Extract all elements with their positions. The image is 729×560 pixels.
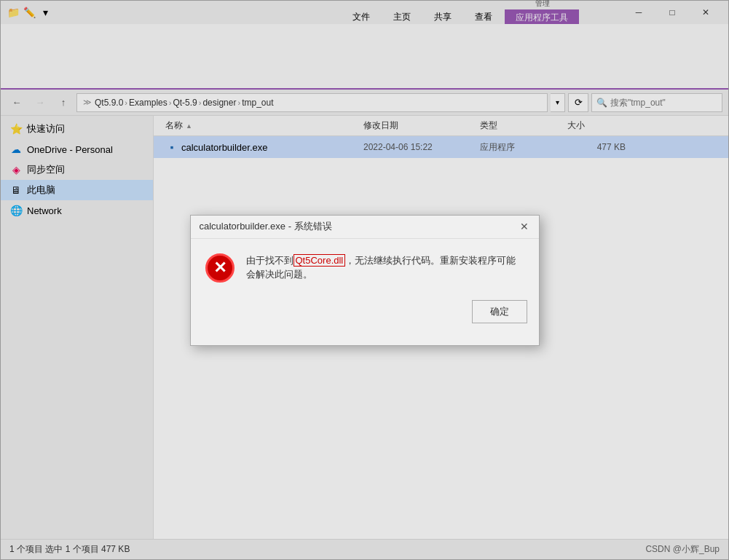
dialog-message: 由于找不到Qt5Core.dll，无法继续执行代码。重新安装程序可能会解决此问题… [246, 253, 524, 282]
dialog-footer: 确定 [191, 294, 539, 335]
dialog-title-text: calculatorbuilder.exe - 系统错误 [200, 220, 332, 233]
error-icon: ✕ [205, 253, 235, 283]
dialog-ok-button[interactable]: 确定 [472, 300, 527, 323]
dialog-overlay: calculatorbuilder.exe - 系统错误 ✕ ✕ 由于找不到Qt… [0, 0, 729, 560]
dll-highlight: Qt5Core.dll [293, 254, 346, 267]
dialog-message-before: 由于找不到 [246, 255, 293, 266]
error-dialog: calculatorbuilder.exe - 系统错误 ✕ ✕ 由于找不到Qt… [190, 215, 540, 346]
dialog-close-button[interactable]: ✕ [516, 218, 533, 235]
dialog-title-bar: calculatorbuilder.exe - 系统错误 ✕ [191, 216, 539, 239]
dialog-body: ✕ 由于找不到Qt5Core.dll，无法继续执行代码。重新安装程序可能会解决此… [191, 239, 539, 294]
